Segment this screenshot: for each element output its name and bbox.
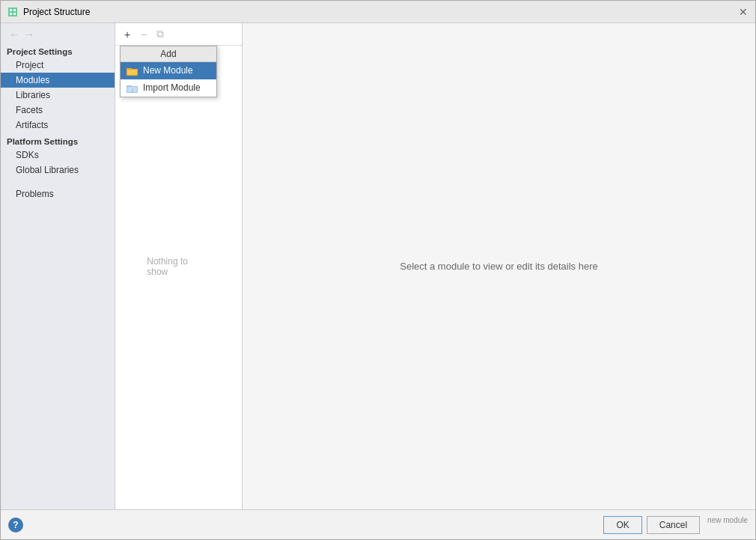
svg-rect-2 bbox=[13, 9, 16, 11]
sidebar-item-global-libraries[interactable]: Global Libraries bbox=[1, 163, 115, 178]
taskbar-hint: new module bbox=[707, 516, 748, 534]
svg-rect-7 bbox=[127, 70, 137, 75]
window-title: Project Structure bbox=[23, 7, 737, 17]
sidebar-item-facets[interactable]: Facets bbox=[1, 103, 115, 118]
forward-button[interactable]: → bbox=[22, 27, 37, 42]
svg-rect-3 bbox=[10, 13, 12, 15]
folder-icon bbox=[126, 65, 138, 76]
import-module-label: Import Module bbox=[143, 82, 201, 93]
title-bar: Project Structure ✕ bbox=[1, 1, 755, 23]
project-settings-label: Project Settings bbox=[1, 43, 115, 58]
main-area: ← → Project Settings Project Modules Lib… bbox=[1, 23, 755, 509]
sidebar-item-libraries[interactable]: Libraries bbox=[1, 88, 115, 103]
svg-text:↓: ↓ bbox=[131, 87, 134, 92]
bottom-actions: OK Cancel new module bbox=[603, 516, 748, 534]
right-panel: Select a module to view or edit its deta… bbox=[243, 23, 755, 509]
svg-rect-4 bbox=[13, 13, 16, 15]
close-button[interactable]: ✕ bbox=[737, 6, 749, 18]
copy-button[interactable]: ⧉ bbox=[153, 27, 168, 42]
sidebar-item-problems[interactable]: Problems bbox=[1, 186, 115, 201]
content-area: + − ⧉ Add Ne bbox=[115, 23, 755, 509]
sidebar-item-modules[interactable]: Modules bbox=[1, 73, 115, 88]
dropdown-header: Add bbox=[121, 46, 216, 62]
new-module-item[interactable]: New Module bbox=[121, 62, 216, 79]
module-hint: Select a module to view or edit its deta… bbox=[400, 261, 597, 272]
window-icon bbox=[7, 6, 19, 18]
sidebar-nav: ← → bbox=[1, 26, 115, 43]
import-icon: ↓ bbox=[126, 82, 138, 94]
left-panel-toolbar: + − ⧉ bbox=[115, 23, 242, 46]
project-structure-window: Project Structure ✕ ← → Project Settings… bbox=[0, 0, 756, 540]
sidebar-item-artifacts[interactable]: Artifacts bbox=[1, 118, 115, 133]
add-dropdown: Add New Module bbox=[120, 46, 217, 97]
svg-rect-6 bbox=[126, 68, 132, 70]
back-button[interactable]: ← bbox=[7, 27, 22, 42]
platform-settings-label: Platform Settings bbox=[1, 133, 115, 148]
remove-button[interactable]: − bbox=[136, 27, 151, 42]
svg-rect-1 bbox=[10, 9, 12, 11]
bottom-bar: ? OK Cancel new module bbox=[1, 509, 755, 539]
help-button[interactable]: ? bbox=[8, 518, 23, 533]
nothing-to-show: Nothing to show bbox=[147, 256, 210, 277]
add-button[interactable]: + bbox=[120, 27, 135, 42]
ok-button[interactable]: OK bbox=[603, 516, 641, 534]
left-panel: + − ⧉ Add Ne bbox=[115, 23, 243, 509]
svg-rect-0 bbox=[8, 7, 17, 16]
sidebar: ← → Project Settings Project Modules Lib… bbox=[1, 23, 115, 509]
cancel-button[interactable]: Cancel bbox=[647, 516, 700, 534]
new-module-label: New Module bbox=[143, 65, 193, 76]
sidebar-item-project[interactable]: Project bbox=[1, 58, 115, 73]
import-module-item[interactable]: ↓ Import Module bbox=[121, 79, 216, 97]
sidebar-item-sdks[interactable]: SDKs bbox=[1, 148, 115, 163]
